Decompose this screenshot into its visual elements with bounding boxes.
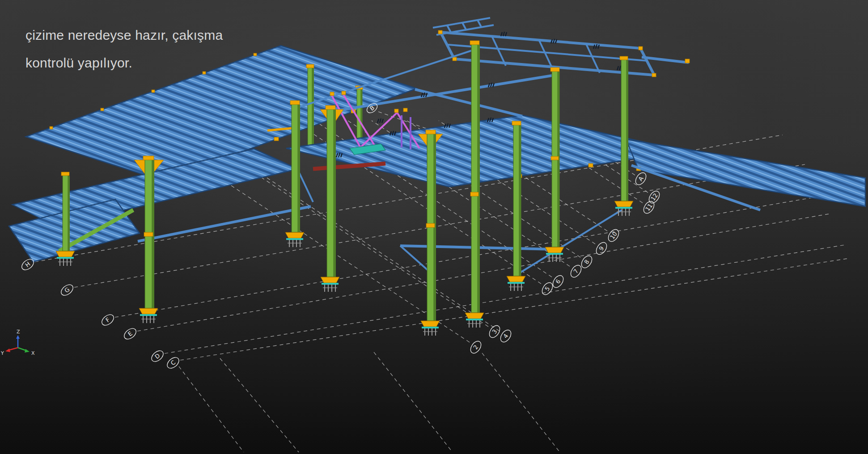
grid-bubble[interactable]: 12 [647, 189, 662, 205]
grid-bubble-label: G [63, 286, 71, 294]
base-plate [507, 276, 525, 291]
grid-bubble[interactable]: 6 [551, 273, 566, 289]
grid-bubble-label: 2 [472, 344, 479, 350]
x-axis-arrow [18, 348, 30, 353]
caption-line-2: kontrolü yapılıyor. [25, 49, 223, 77]
status-caption: çizime neredeyse hazır, çakışma kontrolü… [25, 21, 223, 77]
base-plate [56, 251, 75, 266]
grid-bubble[interactable]: C [165, 355, 181, 370]
z-axis-arrow [16, 335, 20, 348]
steel-column[interactable] [306, 64, 314, 148]
grid-bubble-label: 10 [609, 231, 618, 240]
grid-bubble-label: E [127, 330, 134, 338]
grid-bubble-label: 8 [583, 258, 590, 265]
grid-bubble-label: 5 [543, 285, 551, 292]
grid-bubble-label: 9 [597, 245, 605, 252]
grid-bubble[interactable]: 10 [606, 227, 621, 243]
caption-line-1: çizime neredeyse hazır, çakışma [25, 21, 223, 49]
grid-bubble-label: F [104, 316, 111, 324]
grid-bubble[interactable]: F [100, 312, 115, 327]
base-plate [139, 308, 158, 323]
floor-deck-right[interactable] [626, 139, 865, 210]
grid-bubble[interactable]: 8 [580, 254, 594, 269]
y-axis-arrow [5, 348, 18, 352]
grid-bubble-label: C [169, 359, 177, 366]
grid-bubble[interactable]: 9 [594, 240, 609, 256]
grid-bubble[interactable]: G [59, 282, 75, 297]
steel-column[interactable] [320, 105, 343, 292]
grid-bubble[interactable]: 7 [569, 263, 584, 279]
base-plate [545, 247, 564, 262]
grid-bubble-label: 3 [491, 328, 498, 335]
grid-bubble-label: 11 [644, 202, 654, 212]
axis-indicator: Z Y X [0, 329, 35, 356]
model-viewport[interactable]: çizime neredeyse hazır, çakışma kontrolü… [0, 0, 868, 454]
x-axis-label: X [31, 350, 35, 356]
grid-bubble-label: 6 [554, 278, 562, 285]
grid-bubble[interactable]: 2 [469, 339, 483, 355]
grid-bubble[interactable]: E [122, 326, 138, 341]
base-plate [421, 321, 440, 336]
grid-bubble[interactable]: 4 [499, 328, 513, 344]
grid-bubble[interactable]: 3 [487, 324, 502, 339]
grid-bubble-label: D [153, 352, 161, 360]
y-axis-label: Y [0, 350, 4, 356]
grid-bubble-label: A [637, 175, 644, 182]
base-plate [465, 313, 484, 328]
base-plate [285, 232, 304, 247]
base-plate [321, 277, 339, 292]
grid-bubble-label: 7 [572, 268, 580, 274]
bolt-cluster [501, 32, 507, 36]
z-axis-label: Z [17, 329, 20, 335]
grid-bubble[interactable]: 5 [540, 281, 555, 296]
grid-bubble-label: 4 [502, 332, 509, 339]
grid-bubble[interactable]: D [149, 349, 165, 364]
bolt-cluster [551, 39, 557, 43]
grid-bubble-label: 12 [649, 192, 659, 202]
grid-bubble-label: H [24, 261, 32, 269]
